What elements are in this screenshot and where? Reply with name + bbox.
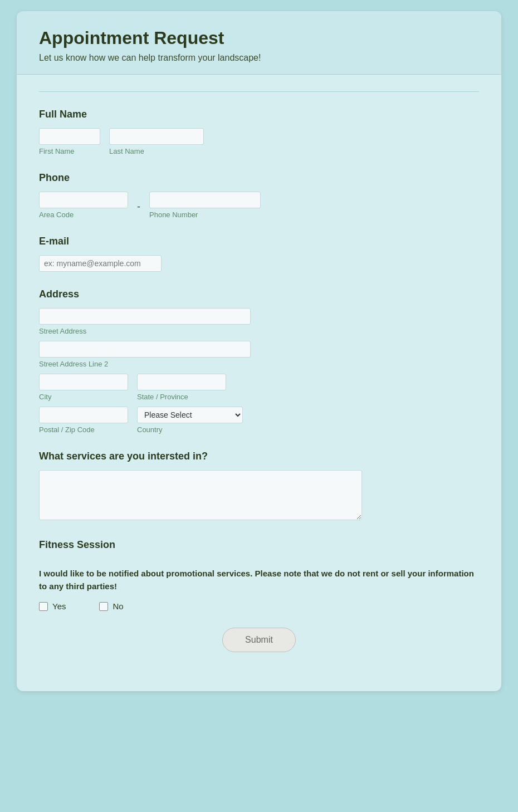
country-sublabel: Country <box>137 425 243 434</box>
phone-separator: - <box>137 198 140 213</box>
country-select[interactable]: Please Select United States Canada Unite… <box>137 407 243 423</box>
appointment-form-card: Appointment Request Let us know how we c… <box>17 11 501 691</box>
last-name-group: Last Name <box>109 128 204 155</box>
first-name-sublabel: First Name <box>39 147 100 155</box>
street2-sublabel: Street Address Line 2 <box>39 360 479 368</box>
email-section: E-mail <box>39 236 479 272</box>
phone-row: Area Code - Phone Number <box>39 192 479 219</box>
first-name-group: First Name <box>39 128 100 155</box>
services-label: What services are you intersted in? <box>39 451 479 462</box>
page-subtitle: Let us know how we can help transform yo… <box>39 53 479 63</box>
last-name-input[interactable] <box>109 128 204 145</box>
state-group: State / Province <box>137 374 226 401</box>
fitness-section: Fitness Session <box>39 539 479 551</box>
address-section: Address Street Address Street Address Li… <box>39 288 479 434</box>
phone-label: Phone <box>39 172 479 184</box>
last-name-sublabel: Last Name <box>109 147 204 155</box>
city-input[interactable] <box>39 374 128 390</box>
postal-country-row: Postal / Zip Code Please Select United S… <box>39 407 479 434</box>
street2-input[interactable] <box>39 341 251 358</box>
no-option: No <box>99 601 123 611</box>
services-section: What services are you intersted in? <box>39 451 479 522</box>
submit-button[interactable]: Submit <box>222 628 296 652</box>
page-title: Appointment Request <box>39 28 479 48</box>
form-header: Appointment Request Let us know how we c… <box>17 11 501 75</box>
form-body: Full Name First Name Last Name Phone Are… <box>17 75 501 669</box>
phone-number-input[interactable] <box>149 192 261 208</box>
street-sublabel: Street Address <box>39 327 479 335</box>
submit-row: Submit <box>39 628 479 652</box>
postal-sublabel: Postal / Zip Code <box>39 425 128 434</box>
country-group: Please Select United States Canada Unite… <box>137 407 243 434</box>
first-name-input[interactable] <box>39 128 100 145</box>
services-textarea[interactable] <box>39 470 362 520</box>
yes-label: Yes <box>52 601 66 611</box>
area-code-sublabel: Area Code <box>39 211 128 219</box>
promo-radio-row: Yes No <box>39 601 479 611</box>
header-divider <box>39 91 479 92</box>
email-input[interactable] <box>39 255 162 272</box>
full-name-label: Full Name <box>39 109 479 120</box>
postal-group: Postal / Zip Code <box>39 407 128 434</box>
address-grid: Street Address Street Address Line 2 Cit… <box>39 308 479 434</box>
address-label: Address <box>39 288 479 300</box>
city-group: City <box>39 374 128 401</box>
full-name-row: First Name Last Name <box>39 128 479 155</box>
street-input[interactable] <box>39 308 251 325</box>
state-sublabel: State / Province <box>137 393 226 401</box>
yes-option: Yes <box>39 601 66 611</box>
fitness-label: Fitness Session <box>39 539 479 551</box>
area-code-group: Area Code <box>39 192 128 219</box>
promo-section: I would like to be notified about promot… <box>39 568 479 611</box>
phone-number-group: Phone Number <box>149 192 261 219</box>
yes-checkbox[interactable] <box>39 602 48 611</box>
no-label: No <box>113 601 123 611</box>
full-name-section: Full Name First Name Last Name <box>39 109 479 155</box>
street-group: Street Address <box>39 308 479 335</box>
no-checkbox[interactable] <box>99 602 108 611</box>
street2-group: Street Address Line 2 <box>39 341 479 368</box>
state-input[interactable] <box>137 374 226 390</box>
phone-section: Phone Area Code - Phone Number <box>39 172 479 219</box>
email-label: E-mail <box>39 236 479 247</box>
promo-text: I would like to be notified about promot… <box>39 568 479 593</box>
phone-number-sublabel: Phone Number <box>149 211 261 219</box>
city-sublabel: City <box>39 393 128 401</box>
city-state-row: City State / Province <box>39 374 479 401</box>
postal-input[interactable] <box>39 407 128 423</box>
area-code-input[interactable] <box>39 192 128 208</box>
